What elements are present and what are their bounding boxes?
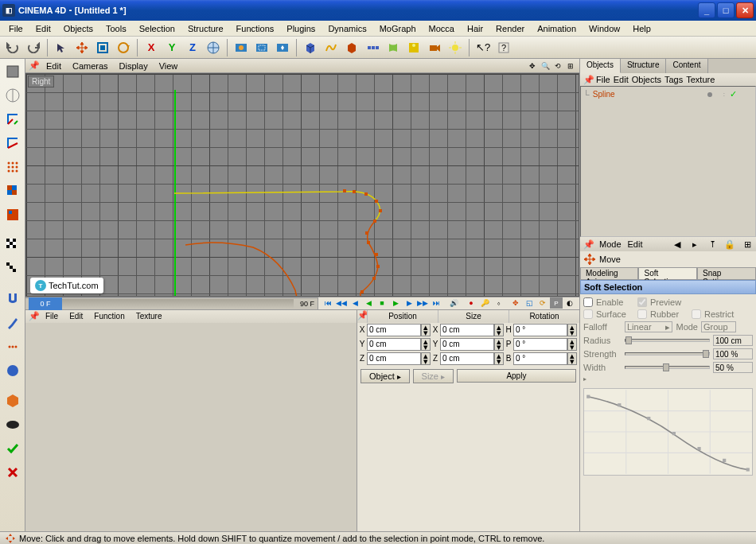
render-view[interactable] (232, 38, 251, 57)
reject-tool[interactable] (2, 461, 24, 484)
uv-points-mode[interactable] (2, 204, 24, 226)
prev-frame-button[interactable]: ◀ (349, 297, 361, 309)
object-axis-mode[interactable] (2, 84, 24, 107)
play-back-button[interactable]: ◀ (362, 297, 375, 309)
iron-tool[interactable] (2, 336, 24, 358)
size-x-input[interactable] (440, 324, 494, 336)
obj-menu-edit[interactable]: Edit (614, 75, 629, 84)
obj-menu-objects[interactable]: Objects (632, 75, 661, 84)
light-object[interactable] (446, 38, 465, 57)
tab-objects[interactable]: Objects (580, 59, 621, 73)
enable-checkbox[interactable] (583, 297, 593, 307)
y-axis-lock[interactable]: Y (162, 38, 181, 57)
render-settings[interactable] (273, 38, 292, 57)
menu-window[interactable]: Window (583, 22, 625, 35)
falloff-select[interactable]: Linear▸ (625, 321, 672, 332)
tab-content[interactable]: Content (666, 59, 707, 73)
falloff-curve[interactable] (583, 388, 753, 476)
render-region[interactable] (252, 38, 271, 57)
x-axis-lock[interactable]: X (142, 38, 161, 57)
magnet-tool[interactable] (2, 288, 24, 310)
object-tree[interactable]: └ Spline : ✓ (580, 86, 756, 237)
spinner[interactable]: ▴▾ (421, 352, 431, 365)
camera-object[interactable] (425, 38, 444, 57)
menu-animation[interactable]: Animation (532, 22, 582, 35)
mat-menu-texture[interactable]: Texture (132, 311, 166, 321)
pin-icon[interactable]: 📌 (583, 75, 593, 85)
cube-primitive[interactable] (301, 38, 320, 57)
minimize-button[interactable]: _ (698, 2, 715, 18)
key-param-button[interactable]: P (550, 297, 563, 309)
tab-soft-selection[interactable]: Soft Selection (638, 267, 697, 280)
history-back-icon[interactable]: ◀ (672, 239, 683, 250)
rot-h-input[interactable] (513, 324, 567, 336)
radius-slider[interactable] (625, 339, 710, 342)
viewport-menu-view[interactable]: View (154, 60, 183, 72)
rotate-tool[interactable] (114, 38, 133, 57)
timeline-marker[interactable]: 0 F (29, 297, 62, 310)
viewport-menu-display[interactable]: Display (115, 60, 153, 72)
mat-menu-function[interactable]: Function (90, 311, 128, 321)
menu-hair[interactable]: Hair (462, 22, 489, 35)
key-pla-button[interactable]: ◐ (563, 297, 576, 309)
visibility-check-icon[interactable]: ✓ (730, 89, 737, 99)
spinner[interactable]: ▴▾ (567, 324, 577, 336)
maximize-button[interactable]: □ (717, 2, 735, 18)
scale-tool[interactable] (93, 38, 112, 57)
material-area[interactable] (25, 323, 357, 532)
pin-icon[interactable]: 📌 (583, 239, 593, 250)
make-editable[interactable] (2, 390, 24, 412)
obj-menu-texture[interactable]: Texture (686, 75, 715, 84)
deformer-object[interactable] (384, 38, 403, 57)
texture-mode[interactable] (2, 180, 24, 202)
coord-size-select[interactable]: Size ▸ (413, 369, 454, 383)
environment-object[interactable] (404, 38, 423, 57)
spinner[interactable]: ▴▾ (421, 338, 431, 351)
key-scale-button[interactable]: ◱ (523, 297, 536, 309)
viewport-toggle-icon[interactable]: ⊞ (565, 60, 576, 72)
menu-help[interactable]: Help (627, 22, 657, 35)
menu-tools[interactable]: Tools (100, 22, 132, 35)
layer-dot-icon[interactable] (707, 92, 712, 97)
menu-file[interactable]: File (3, 22, 29, 35)
menu-render[interactable]: Render (490, 22, 530, 35)
content-browser[interactable]: ? (494, 38, 513, 57)
menu-objects[interactable]: Objects (58, 22, 99, 35)
redo-button[interactable] (24, 38, 43, 57)
mode-select[interactable]: Group (701, 321, 736, 332)
mat-menu-file[interactable]: File (41, 311, 62, 321)
spinner[interactable]: ▴▾ (421, 324, 431, 336)
width-input[interactable] (713, 362, 753, 373)
viewport-menu-edit[interactable]: Edit (41, 60, 66, 72)
width-slider[interactable] (625, 366, 710, 369)
spinner[interactable]: ▴▾ (567, 338, 577, 351)
checker-tool-2[interactable] (2, 258, 24, 280)
timeline[interactable]: 0 F 90 F (25, 297, 318, 310)
mat-menu-edit[interactable]: Edit (65, 311, 87, 321)
coord-system[interactable] (204, 38, 223, 57)
radius-input[interactable] (713, 335, 753, 346)
viewport-pin-icon[interactable]: 📌 (29, 60, 40, 72)
edge-mode[interactable] (2, 132, 24, 154)
rot-p-input[interactable] (513, 338, 567, 351)
pointer-tool[interactable] (52, 38, 71, 57)
tab-snap-settings[interactable]: Snap Settings (697, 267, 756, 280)
pos-z-input[interactable] (367, 352, 421, 365)
viewport-move-icon[interactable]: ✥ (527, 60, 538, 72)
record-button[interactable]: ● (465, 297, 477, 309)
next-key-button[interactable]: ▶▶ (416, 297, 429, 309)
mode-menu-edit[interactable]: Edit (628, 239, 643, 249)
key-pos-button[interactable]: ✥ (509, 297, 522, 309)
strength-slider[interactable] (625, 352, 710, 356)
size-y-input[interactable] (440, 338, 494, 351)
dark-tool[interactable] (2, 414, 24, 436)
stop-button[interactable]: ■ (376, 297, 388, 309)
next-frame-button[interactable]: ▶ (403, 297, 415, 309)
key-rot-button[interactable]: ⟳ (536, 297, 549, 309)
goto-end-button[interactable]: ⏭ (430, 297, 442, 309)
tab-structure[interactable]: Structure (621, 59, 667, 73)
tree-item-spline[interactable]: └ Spline : ✓ (583, 88, 754, 100)
viewport[interactable]: Right Y Z (25, 73, 579, 297)
pos-y-input[interactable] (367, 338, 421, 351)
sound-button[interactable]: 🔊 (447, 297, 460, 309)
